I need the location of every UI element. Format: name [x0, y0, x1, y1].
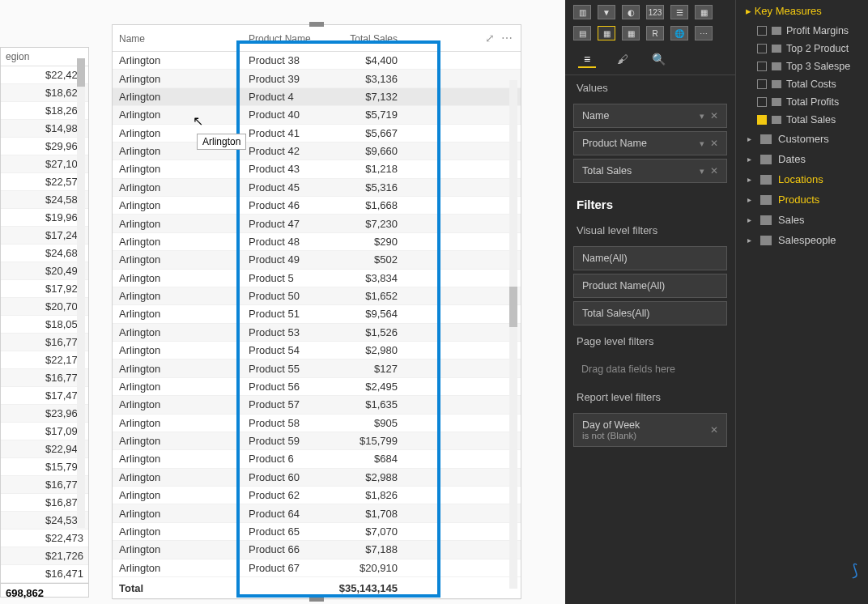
- cell-product[interactable]: Product 54: [242, 342, 323, 359]
- field-table[interactable]: ▸Salespeople: [736, 230, 868, 250]
- cell-name[interactable]: Arlington: [113, 70, 242, 87]
- cell-name[interactable]: Arlington: [113, 342, 242, 359]
- left-region-table[interactable]: egion $22,425$18,620$18,264$14,987$29,96…: [0, 47, 89, 598]
- remove-field-icon[interactable]: ✕: [710, 165, 718, 177]
- table-row[interactable]: ArlingtonProduct 41$5,667: [113, 124, 521, 142]
- cell-product[interactable]: Product 66: [242, 541, 323, 559]
- checkbox-icon[interactable]: [757, 97, 767, 107]
- field-table[interactable]: ▸Dates: [736, 149, 868, 169]
- left-table-cell[interactable]: $17,091: [1, 423, 88, 440]
- checkbox-icon[interactable]: [757, 62, 767, 71]
- cell-name[interactable]: Arlington: [113, 377, 242, 395]
- fields-pane[interactable]: Key Measures Profit MarginsTop 2 Product…: [735, 0, 868, 604]
- cell-sales[interactable]: $1,708: [323, 504, 404, 522]
- left-table-cell[interactable]: $24,585: [1, 191, 88, 209]
- chevron-right-icon[interactable]: ▸: [747, 215, 754, 224]
- cell-sales[interactable]: $1,826: [323, 487, 404, 504]
- cell-product[interactable]: Product 41: [242, 124, 323, 142]
- table-row[interactable]: ArlingtonProduct 59$15,799: [113, 432, 521, 449]
- left-table-cell[interactable]: $15,799: [1, 458, 88, 476]
- chevron-down-icon[interactable]: ▾: [700, 138, 704, 148]
- cell-sales[interactable]: $3,136: [323, 70, 404, 87]
- table-row[interactable]: ArlingtonProduct 48$290: [113, 232, 521, 250]
- field-measure[interactable]: Top 2 Product: [736, 40, 868, 57]
- checkbox-icon[interactable]: [757, 44, 767, 53]
- format-mode-icon[interactable]: 🖌: [614, 52, 632, 68]
- viz-r-icon[interactable]: R: [646, 26, 664, 40]
- cell-name[interactable]: Arlington: [113, 215, 242, 232]
- table-row[interactable]: ArlingtonProduct 66$7,188: [113, 541, 521, 559]
- cell-product[interactable]: Product 4: [242, 87, 323, 105]
- viz-table-icon[interactable]: ▦: [598, 26, 615, 40]
- field-table[interactable]: ▸Sales: [736, 210, 868, 230]
- cell-product[interactable]: Product 45: [242, 178, 323, 196]
- table-row[interactable]: ArlingtonProduct 5$3,834: [113, 269, 521, 287]
- table-row[interactable]: ArlingtonProduct 65$7,070: [113, 522, 521, 540]
- resize-handle-top[interactable]: [309, 22, 324, 27]
- left-table-cell[interactable]: $29,964: [1, 138, 88, 155]
- cell-name[interactable]: Arlington: [113, 559, 242, 576]
- left-table-cell[interactable]: $27,104: [1, 155, 88, 173]
- cell-sales[interactable]: $5,667: [323, 124, 404, 142]
- left-scroll-thumb[interactable]: [77, 58, 85, 87]
- cell-product[interactable]: Product 38: [242, 52, 323, 70]
- field-table[interactable]: ▸Customers: [736, 129, 868, 149]
- cell-sales[interactable]: $684: [323, 450, 404, 468]
- table-row[interactable]: ArlingtonProduct 4$7,132: [113, 87, 521, 105]
- cell-name[interactable]: Arlington: [113, 287, 242, 304]
- cell-sales[interactable]: $9,660: [323, 142, 404, 160]
- visualizations-pane[interactable]: ▥ ▼ ◐ 123 ☰ ▦ ▤ ▦ ▦ R 🌐 ⋯ ≡ 🖌 🔍 Values N…: [565, 0, 735, 604]
- remove-field-icon[interactable]: ✕: [710, 138, 718, 149]
- cell-sales[interactable]: $905: [323, 414, 404, 432]
- col-product[interactable]: Product Name: [242, 25, 323, 52]
- visual-filter-item[interactable]: Name(All): [573, 246, 727, 270]
- left-table-cell[interactable]: $22,473: [1, 530, 88, 547]
- cell-sales[interactable]: $2,495: [323, 377, 404, 395]
- viz-slicer-icon[interactable]: ▤: [573, 26, 591, 40]
- field-measure[interactable]: Total Profits: [736, 93, 868, 111]
- table-row[interactable]: ArlingtonProduct 54$2,980: [113, 342, 521, 359]
- left-table-cell[interactable]: $23,960: [1, 405, 88, 423]
- cell-product[interactable]: Product 5: [242, 269, 323, 287]
- fields-mode-icon[interactable]: ≡: [578, 52, 596, 68]
- left-table-cell[interactable]: $16,471: [1, 565, 88, 583]
- table-row[interactable]: ArlingtonProduct 39$3,136: [113, 70, 521, 87]
- cell-name[interactable]: Arlington: [113, 87, 242, 105]
- cell-product[interactable]: Product 42: [242, 142, 323, 160]
- cell-sales[interactable]: $2,980: [323, 342, 404, 359]
- field-measure[interactable]: Total Costs: [736, 75, 868, 93]
- cell-product[interactable]: Product 49: [242, 251, 323, 269]
- main-scrollbar[interactable]: [509, 80, 517, 589]
- main-scroll-thumb[interactable]: [509, 287, 517, 327]
- cell-sales[interactable]: $1,668: [323, 197, 404, 215]
- viz-card-icon[interactable]: 123: [646, 5, 664, 19]
- remove-filter-icon[interactable]: ✕: [710, 424, 718, 436]
- cell-product[interactable]: Product 64: [242, 504, 323, 522]
- left-scrollbar[interactable]: [77, 58, 85, 528]
- field-table[interactable]: ▸Products: [736, 189, 868, 210]
- viz-import-icon[interactable]: ⋯: [695, 26, 713, 40]
- cell-name[interactable]: Arlington: [113, 432, 242, 449]
- viz-stacked-bar-icon[interactable]: ▥: [573, 5, 591, 19]
- cell-name[interactable]: Arlington: [113, 178, 242, 196]
- cell-product[interactable]: Product 56: [242, 377, 323, 395]
- left-table-cell[interactable]: $16,870: [1, 494, 88, 512]
- left-table-cell[interactable]: $16,772: [1, 369, 88, 387]
- field-well[interactable]: Total Sales▾ ✕: [573, 159, 727, 183]
- left-table-cell[interactable]: $17,479: [1, 387, 88, 405]
- col-sales[interactable]: Total Sales: [323, 25, 404, 52]
- table-row[interactable]: ArlingtonProduct 46$1,668: [113, 197, 521, 215]
- table-row[interactable]: ArlingtonProduct 53$1,526: [113, 323, 521, 341]
- cell-sales[interactable]: $5,719: [323, 106, 404, 124]
- table-row[interactable]: ArlingtonProduct 43$1,218: [113, 160, 521, 178]
- cell-product[interactable]: Product 55: [242, 359, 323, 377]
- table-row[interactable]: ArlingtonProduct 62$1,826: [113, 487, 521, 504]
- cell-sales[interactable]: $2,988: [323, 468, 404, 486]
- remove-field-icon[interactable]: ✕: [710, 110, 718, 121]
- cell-sales[interactable]: $4,400: [323, 52, 404, 70]
- checkbox-icon[interactable]: [757, 26, 767, 36]
- left-table-cell[interactable]: $20,700: [1, 298, 88, 316]
- field-table[interactable]: ▸Locations: [736, 169, 868, 189]
- cell-name[interactable]: Arlington: [113, 323, 242, 341]
- left-table-cell[interactable]: $22,570: [1, 173, 88, 191]
